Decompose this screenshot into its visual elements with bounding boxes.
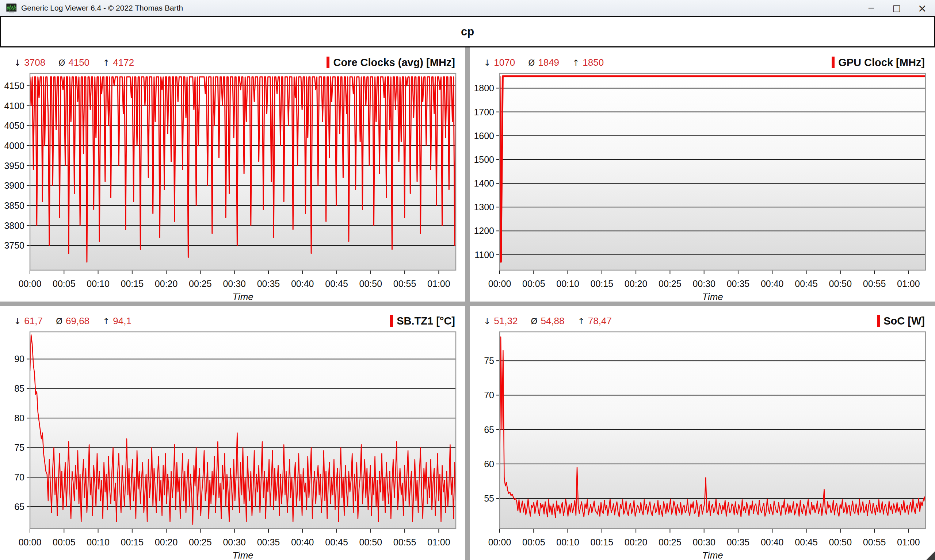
svg-text:00:30: 00:30	[223, 278, 246, 289]
page-title: cp	[461, 25, 474, 38]
svg-text:00:15: 00:15	[591, 537, 614, 547]
svg-text:1400: 1400	[474, 178, 494, 188]
legend-label: SB.TZ1 [°C]	[397, 315, 455, 327]
legend-color-swatch	[390, 315, 393, 327]
svg-text:Time: Time	[232, 291, 253, 302]
stat-avg-value: 69,68	[66, 315, 89, 327]
legend-color-swatch	[832, 57, 835, 68]
stat-min-value: 61,7	[24, 315, 43, 327]
svg-text:85: 85	[14, 383, 25, 394]
gpu-clock-chart: 1800170016001500140013001200110000:0000:…	[470, 71, 935, 302]
svg-text:Time: Time	[702, 291, 723, 302]
min-arrow-icon: ↓	[484, 317, 490, 326]
svg-text:00:55: 00:55	[393, 278, 416, 289]
svg-text:3800: 3800	[4, 220, 25, 231]
stat-max-value: 1850	[582, 57, 604, 68]
legend-soc-power: SoC [W]	[877, 315, 925, 327]
svg-text:90: 90	[14, 354, 25, 364]
svg-text:00:30: 00:30	[693, 537, 715, 547]
svg-text:00:45: 00:45	[325, 278, 348, 289]
stat-max-value: 78,47	[588, 315, 612, 327]
svg-text:01:00: 01:00	[427, 537, 450, 547]
avg-icon: Ø	[59, 58, 65, 68]
svg-text:00:55: 00:55	[863, 278, 886, 289]
svg-text:75: 75	[14, 442, 25, 453]
svg-text:80: 80	[14, 413, 25, 423]
svg-text:00:35: 00:35	[257, 537, 280, 547]
sb-tz1-chart: 90858075706500:0000:0500:1000:1500:2000:…	[0, 329, 465, 560]
svg-text:00:55: 00:55	[393, 537, 416, 547]
svg-text:00:20: 00:20	[155, 278, 178, 289]
stat-min-value: 3708	[24, 57, 45, 68]
svg-text:00:40: 00:40	[761, 537, 784, 547]
legend-gpu-clock: GPU Clock [MHz]	[832, 57, 925, 69]
svg-text:00:10: 00:10	[86, 278, 109, 289]
stat-avg-value: 1849	[538, 57, 559, 68]
svg-text:1300: 1300	[474, 202, 494, 212]
svg-text:00:15: 00:15	[121, 537, 144, 547]
chart-panel-gpu-clock: ↓1070 Ø1849 ↑1850 GPU Clock [MHz] 180017…	[470, 48, 935, 302]
svg-text:60: 60	[484, 459, 494, 469]
soc-power-chart: 757065605500:0000:0500:1000:1500:2000:25…	[470, 329, 935, 560]
svg-text:00:50: 00:50	[359, 537, 382, 547]
svg-text:00:10: 00:10	[556, 278, 579, 289]
svg-text:00:00: 00:00	[488, 278, 511, 289]
svg-text:00:35: 00:35	[727, 537, 750, 547]
stat-avg-value: 4150	[68, 57, 89, 68]
svg-text:00:25: 00:25	[659, 278, 682, 289]
svg-text:Time: Time	[232, 550, 253, 560]
svg-text:4150: 4150	[4, 81, 25, 91]
svg-text:00:45: 00:45	[325, 537, 348, 547]
svg-text:1800: 1800	[474, 83, 494, 93]
legend-color-swatch	[327, 57, 330, 68]
svg-text:00:35: 00:35	[727, 278, 750, 289]
svg-text:4000: 4000	[4, 140, 25, 151]
minimize-button[interactable]: −	[858, 0, 884, 16]
svg-text:00:50: 00:50	[359, 278, 382, 289]
svg-text:00:40: 00:40	[291, 278, 314, 289]
avg-icon: Ø	[531, 317, 537, 326]
page-title-strip: cp	[0, 17, 935, 48]
svg-text:00:00: 00:00	[18, 278, 42, 289]
svg-text:00:30: 00:30	[693, 278, 715, 289]
svg-text:00:25: 00:25	[189, 278, 212, 289]
chart-panel-core-clocks: ↓3708 Ø4150 ↑4172 Core Clocks (avg) [MHz…	[0, 48, 465, 302]
legend-sb-tz1: SB.TZ1 [°C]	[390, 315, 455, 327]
svg-text:1600: 1600	[474, 131, 494, 141]
max-arrow-icon: ↑	[572, 58, 579, 68]
svg-text:00:05: 00:05	[522, 537, 545, 547]
min-arrow-icon: ↓	[14, 58, 21, 68]
stats-gpu-clock: ↓1070 Ø1849 ↑1850	[484, 57, 604, 68]
stat-min-value: 1070	[494, 57, 515, 68]
svg-text:01:00: 01:00	[427, 278, 450, 289]
max-arrow-icon: ↑	[578, 317, 585, 326]
svg-text:00:15: 00:15	[591, 278, 614, 289]
avg-icon: Ø	[528, 58, 535, 68]
svg-text:00:05: 00:05	[52, 537, 75, 547]
svg-text:00:05: 00:05	[52, 278, 75, 289]
svg-text:1700: 1700	[474, 107, 494, 117]
core-clocks-chart: 41504100405040003950390038503800375000:0…	[0, 71, 465, 302]
maximize-button[interactable]: □	[884, 0, 909, 16]
svg-text:75: 75	[484, 355, 494, 366]
svg-text:3850: 3850	[4, 200, 25, 211]
close-button[interactable]: ×	[909, 0, 935, 16]
svg-text:3750: 3750	[4, 240, 25, 251]
chart-panel-sb-tz1: ↓61,7 Ø69,68 ↑94,1 SB.TZ1 [°C] 908580757…	[0, 306, 465, 560]
svg-text:00:40: 00:40	[761, 278, 784, 289]
svg-text:00:50: 00:50	[829, 278, 852, 289]
stat-max-value: 4172	[113, 57, 134, 68]
legend-label: GPU Clock [MHz]	[838, 57, 925, 69]
stat-min-value: 51,32	[494, 315, 518, 327]
svg-text:65: 65	[484, 425, 494, 435]
charts-grid: ↓3708 Ø4150 ↑4172 Core Clocks (avg) [MHz…	[0, 48, 935, 560]
title-bar: Generic Log Viewer 6.4 - © 2022 Thomas B…	[0, 0, 935, 17]
resize-grip[interactable]	[926, 551, 935, 560]
legend-label: SoC [W]	[884, 315, 925, 327]
svg-text:00:25: 00:25	[189, 537, 212, 547]
svg-text:00:05: 00:05	[522, 278, 545, 289]
svg-text:00:10: 00:10	[86, 537, 109, 547]
stats-sb-tz1: ↓61,7 Ø69,68 ↑94,1	[14, 315, 131, 327]
svg-text:00:50: 00:50	[829, 537, 852, 547]
svg-text:65: 65	[14, 502, 25, 512]
